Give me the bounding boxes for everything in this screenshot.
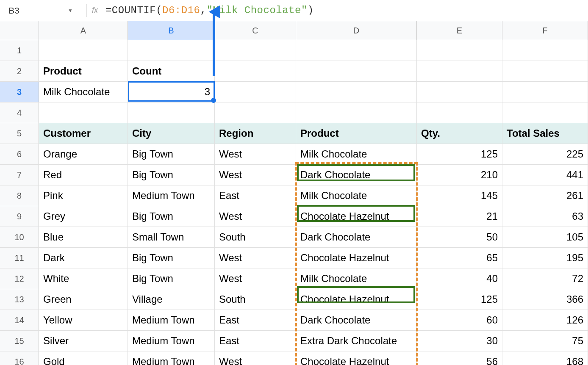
cell-D14[interactable]: Dark Chocolate: [296, 310, 417, 330]
cell-B4[interactable]: [128, 102, 215, 123]
cell-C2[interactable]: [215, 61, 296, 81]
cell-E10[interactable]: 50: [417, 227, 502, 247]
cell-ref-dropdown-icon[interactable]: ▼: [68, 8, 73, 14]
cell-C13[interactable]: South: [215, 289, 296, 310]
cell-B16[interactable]: Medium Town: [128, 351, 215, 365]
cell-F16[interactable]: 168: [502, 351, 588, 365]
cell-E3[interactable]: [417, 82, 502, 102]
cell-C14[interactable]: East: [215, 310, 296, 330]
row-header-10[interactable]: 10: [0, 227, 39, 247]
cell-F9[interactable]: 63: [502, 206, 588, 227]
cell-A14[interactable]: Yellow: [39, 310, 128, 330]
cell-D13[interactable]: Chocolate Hazelnut: [296, 289, 417, 310]
active-cell-reference[interactable]: B3: [4, 6, 47, 16]
cell-E15[interactable]: 30: [417, 331, 502, 351]
cell-C1[interactable]: [215, 40, 296, 61]
cell-B12[interactable]: Big Town: [128, 268, 215, 289]
cell-E16[interactable]: 56: [417, 351, 502, 365]
cell-F4[interactable]: [502, 102, 588, 123]
row-header-15[interactable]: 15: [0, 331, 39, 351]
cell-F1[interactable]: [502, 40, 588, 61]
cell-D7[interactable]: Dark Chocolate: [296, 165, 417, 185]
cell-F12[interactable]: 72: [502, 268, 588, 289]
cell-E2[interactable]: [417, 61, 502, 81]
cell-B15[interactable]: Medium Town: [128, 331, 215, 351]
cell-C4[interactable]: [215, 102, 296, 123]
row-header-5[interactable]: 5: [0, 123, 39, 144]
cell-C3[interactable]: [215, 82, 296, 102]
cell-A13[interactable]: Green: [39, 289, 128, 310]
cell-B1[interactable]: [128, 40, 215, 61]
cell-E4[interactable]: [417, 102, 502, 123]
cell-D8[interactable]: Milk Chocolate: [296, 185, 417, 206]
cell-B8[interactable]: Medium Town: [128, 185, 215, 206]
cell-A11[interactable]: Dark: [39, 248, 128, 268]
cell-C10[interactable]: South: [215, 227, 296, 247]
cell-A2[interactable]: Product: [39, 61, 128, 81]
cell-F2[interactable]: [502, 61, 588, 81]
cell-F10[interactable]: 105: [502, 227, 588, 247]
cell-E8[interactable]: 145: [417, 185, 502, 206]
column-header-D[interactable]: D: [296, 21, 417, 40]
row-header-16[interactable]: 16: [0, 351, 39, 365]
cell-D5[interactable]: Product: [296, 123, 417, 144]
cell-E12[interactable]: 40: [417, 268, 502, 289]
cell-A3[interactable]: Milk Chocolate: [39, 82, 128, 102]
row-header-13[interactable]: 13: [0, 289, 39, 310]
cell-D6[interactable]: Milk Chocolate: [296, 144, 417, 164]
cell-E9[interactable]: 21: [417, 206, 502, 227]
cell-E6[interactable]: 125: [417, 144, 502, 164]
column-header-F[interactable]: F: [502, 21, 588, 40]
cell-E13[interactable]: 125: [417, 289, 502, 310]
cell-C15[interactable]: East: [215, 331, 296, 351]
cell-D3[interactable]: [296, 82, 417, 102]
cell-E1[interactable]: [417, 40, 502, 61]
cell-D9[interactable]: Chocolate Hazelnut: [296, 206, 417, 227]
cell-F6[interactable]: 225: [502, 144, 588, 164]
cell-D16[interactable]: Chocolate Hazelnut: [296, 351, 417, 365]
cell-A10[interactable]: Blue: [39, 227, 128, 247]
cell-F7[interactable]: 441: [502, 165, 588, 185]
cell-D12[interactable]: Milk Chocolate: [296, 268, 417, 289]
cell-C6[interactable]: West: [215, 144, 296, 164]
row-header-8[interactable]: 8: [0, 185, 39, 206]
cell-F8[interactable]: 261: [502, 185, 588, 206]
cell-F15[interactable]: 75: [502, 331, 588, 351]
row-header-1[interactable]: 1: [0, 40, 39, 61]
cell-B7[interactable]: Big Town: [128, 165, 215, 185]
cell-B6[interactable]: Big Town: [128, 144, 215, 164]
cell-C8[interactable]: East: [215, 185, 296, 206]
column-header-B[interactable]: B: [128, 21, 215, 40]
cell-C11[interactable]: West: [215, 248, 296, 268]
cell-A16[interactable]: Gold: [39, 351, 128, 365]
cell-E5[interactable]: Qty.: [417, 123, 502, 144]
cell-E11[interactable]: 65: [417, 248, 502, 268]
column-header-A[interactable]: A: [39, 21, 128, 40]
cell-B2[interactable]: Count: [128, 61, 215, 81]
cell-C7[interactable]: West: [215, 165, 296, 185]
row-header-12[interactable]: 12: [0, 268, 39, 289]
cell-D11[interactable]: Chocolate Hazelnut: [296, 248, 417, 268]
cell-B3[interactable]: 3: [128, 82, 215, 102]
column-header-C[interactable]: C: [215, 21, 296, 40]
cell-A5[interactable]: Customer: [39, 123, 128, 144]
row-header-6[interactable]: 6: [0, 144, 39, 164]
cell-B13[interactable]: Village: [128, 289, 215, 310]
cell-A15[interactable]: Silver: [39, 331, 128, 351]
row-header-11[interactable]: 11: [0, 248, 39, 268]
fx-icon[interactable]: fx: [92, 6, 98, 15]
cell-C9[interactable]: West: [215, 206, 296, 227]
cell-A7[interactable]: Red: [39, 165, 128, 185]
cell-C12[interactable]: West: [215, 268, 296, 289]
row-header-3[interactable]: 3: [0, 82, 39, 102]
select-all-corner[interactable]: [0, 21, 39, 40]
cell-A6[interactable]: Orange: [39, 144, 128, 164]
cell-B14[interactable]: Medium Town: [128, 310, 215, 330]
column-header-E[interactable]: E: [417, 21, 502, 40]
cell-A9[interactable]: Grey: [39, 206, 128, 227]
row-header-14[interactable]: 14: [0, 310, 39, 330]
cell-E14[interactable]: 60: [417, 310, 502, 330]
cell-C16[interactable]: West: [215, 351, 296, 365]
cell-F13[interactable]: 366: [502, 289, 588, 310]
cell-A1[interactable]: [39, 40, 128, 61]
